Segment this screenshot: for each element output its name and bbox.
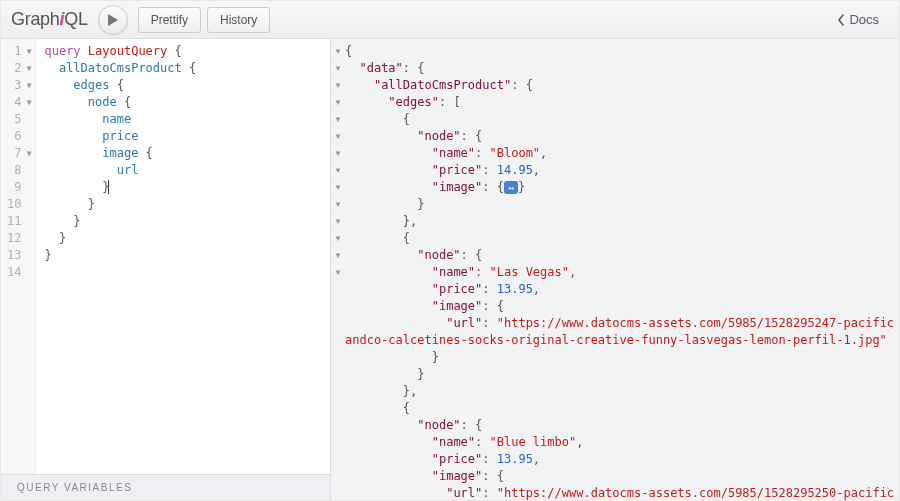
fold-icon[interactable]: ▼ <box>23 77 31 94</box>
line-number: 12 <box>7 230 31 247</box>
query-editor[interactable]: 1▼2▼3▼4▼567▼891011121314 query LayoutQue… <box>1 39 330 474</box>
line-number: 1▼ <box>7 43 31 60</box>
fold-icon[interactable]: ▼ <box>331 247 345 264</box>
line-number: 10 <box>7 196 31 213</box>
line-number: 8 <box>7 162 31 179</box>
docs-label: Docs <box>849 12 879 27</box>
query-code[interactable]: query LayoutQuery { allDatoCmsProduct { … <box>36 39 330 474</box>
toolbar: GraphiQL Prettify History Docs <box>1 1 899 39</box>
line-number: 2▼ <box>7 60 31 77</box>
chevron-left-icon <box>837 14 845 26</box>
line-number: 7▼ <box>7 145 31 162</box>
fold-icon[interactable]: ▼ <box>331 213 345 230</box>
fold-icon[interactable]: ▼ <box>331 145 345 162</box>
graphiql-app: GraphiQL Prettify History Docs 1▼2▼3▼4▼5… <box>0 0 900 501</box>
docs-button[interactable]: Docs <box>827 7 889 33</box>
expand-collapsed-icon[interactable]: ↔ <box>504 181 518 194</box>
fold-icon[interactable]: ▼ <box>331 264 345 281</box>
fold-icon[interactable]: ▼ <box>331 77 345 94</box>
fold-icon[interactable]: ▼ <box>331 162 345 179</box>
main-panes: 1▼2▼3▼4▼567▼891011121314 query LayoutQue… <box>1 39 899 500</box>
prettify-button[interactable]: Prettify <box>138 7 201 33</box>
fold-icon[interactable]: ▼ <box>331 128 345 145</box>
fold-icon[interactable]: ▼ <box>331 196 345 213</box>
line-number: 9 <box>7 179 31 196</box>
fold-icon[interactable]: ▼ <box>23 94 31 111</box>
line-number: 3▼ <box>7 77 31 94</box>
line-number: 4▼ <box>7 94 31 111</box>
fold-icon[interactable]: ▼ <box>331 111 345 128</box>
play-icon <box>107 13 119 27</box>
query-variables-bar[interactable]: Query Variables <box>1 474 330 500</box>
execute-button[interactable] <box>98 5 128 35</box>
query-editor-pane: 1▼2▼3▼4▼567▼891011121314 query LayoutQue… <box>1 39 331 500</box>
fold-icon[interactable]: ▼ <box>331 60 345 77</box>
fold-icon[interactable]: ▼ <box>23 60 31 77</box>
fold-icon[interactable]: ▼ <box>23 145 31 162</box>
line-number: 14 <box>7 264 31 281</box>
history-button[interactable]: History <box>207 7 270 33</box>
fold-icon[interactable]: ▼ <box>331 94 345 111</box>
result-viewer[interactable]: { "data": { "allDatoCmsProduct": { "edge… <box>345 39 899 500</box>
line-number: 5 <box>7 111 31 128</box>
line-number: 11 <box>7 213 31 230</box>
result-fold-gutter: ▼▼▼▼▼▼▼▼▼▼▼▼▼▼ <box>331 39 345 500</box>
line-number: 13 <box>7 247 31 264</box>
fold-icon[interactable]: ▼ <box>331 43 345 60</box>
line-gutter: 1▼2▼3▼4▼567▼891011121314 <box>1 39 36 474</box>
result-pane: ▼▼▼▼▼▼▼▼▼▼▼▼▼▼ { "data": { "allDatoCmsPr… <box>331 39 899 500</box>
fold-icon[interactable]: ▼ <box>331 230 345 247</box>
line-number: 6 <box>7 128 31 145</box>
app-logo: GraphiQL <box>11 9 88 30</box>
fold-icon[interactable]: ▼ <box>331 179 345 196</box>
fold-icon[interactable]: ▼ <box>23 43 31 60</box>
